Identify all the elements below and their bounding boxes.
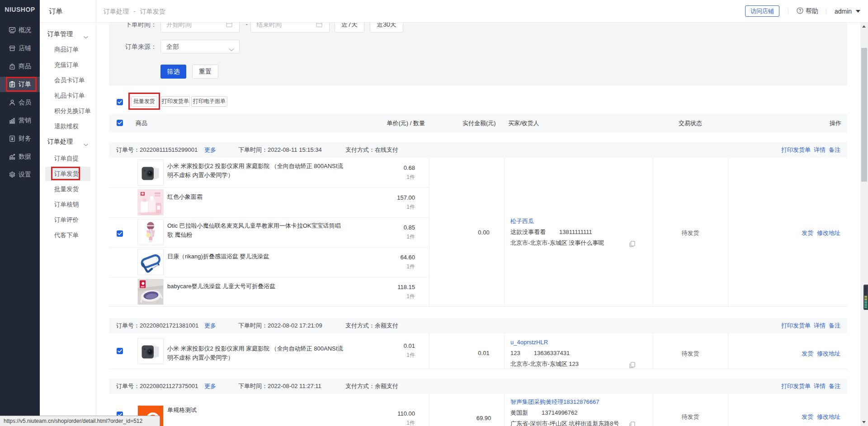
deliver-link[interactable]: 发货 xyxy=(802,229,813,237)
order-more-link[interactable]: 更多 xyxy=(204,379,216,394)
order-source-select[interactable]: 全部 xyxy=(160,40,240,53)
header-select-all-checkbox[interactable] xyxy=(117,120,123,126)
submenu-item-order-delivery[interactable]: 订单发货 xyxy=(40,166,96,182)
order-more-link[interactable]: 更多 xyxy=(204,318,216,333)
sidebar-item-marketing[interactable]: 营销 xyxy=(0,112,40,130)
order-status: 待发货 xyxy=(668,350,713,358)
detail-link[interactable]: 详情 xyxy=(814,146,826,154)
submenu-item-goods-orders[interactable]: 商品订单 xyxy=(40,42,96,57)
product-qty: 1件 xyxy=(404,232,415,241)
select-all-checkbox[interactable] xyxy=(117,99,123,105)
sidebar-item-label: 店铺 xyxy=(19,44,31,52)
remark-link[interactable]: 备注 xyxy=(829,146,840,154)
submenu-group-header-order-processing[interactable]: 订单处理 xyxy=(40,134,96,150)
sidebar-item-members[interactable]: 会员 xyxy=(0,94,40,112)
scrollbar-thumb[interactable] xyxy=(861,48,867,182)
copy-address-icon[interactable] xyxy=(629,421,635,426)
sidebar-item-overview[interactable]: 概况 xyxy=(0,21,40,39)
order-more-link[interactable]: 更多 xyxy=(204,142,216,158)
print-invoice-link[interactable]: 打印发货单 xyxy=(781,146,811,154)
submenu-item-order-pickup[interactable]: 订单自提 xyxy=(40,151,96,166)
edit-address-link[interactable]: 修改地址 xyxy=(817,413,840,421)
submenu-group-header-order-management[interactable]: 订单管理 xyxy=(40,27,96,42)
end-time-input[interactable]: 结束时间 xyxy=(250,23,330,33)
range-separator: - xyxy=(243,23,250,33)
finance-icon xyxy=(9,135,16,142)
order-card-body: 小米 米家投影仪2 投影仪家用 家庭影院 （全向自动矫正 800ANSI流明不虚… xyxy=(109,158,847,307)
submenu-item-member-card-orders[interactable]: 会员卡订单 xyxy=(40,73,96,88)
deliver-link[interactable]: 发货 xyxy=(802,413,813,421)
buyer-cell: u_4oprstzHLR 12313636337431 北京市-北京市-东城区 … xyxy=(510,337,646,370)
submenu-item-order-review[interactable]: 订单评价 xyxy=(40,212,96,228)
submenu-item-points-exchange-orders[interactable]: 积分兑换订单 xyxy=(40,103,96,119)
order-actions: 发货修改地址 xyxy=(802,229,840,237)
filter-submit-button[interactable]: 筛选 xyxy=(160,65,186,79)
order-card-body: 单规格测试 110.001件 69.90 智声集团采购黄经理1831287666… xyxy=(109,394,847,426)
product-row: babycare婴儿洗澡盆 儿童大号可折叠浴盆 118.151件 xyxy=(109,277,429,307)
print-invoice-button[interactable]: 打印发货单 xyxy=(161,96,190,107)
user-menu[interactable]: admin xyxy=(835,0,860,23)
submenu-item-refund-rights[interactable]: 退款维权 xyxy=(40,119,96,134)
shop-icon xyxy=(9,45,16,52)
receiver-name: 这款没事看看 xyxy=(510,227,546,238)
edit-address-link[interactable]: 修改地址 xyxy=(817,350,840,358)
last-30-days-button[interactable]: 近30天 xyxy=(370,23,403,33)
main-nav: 概况 店铺 商品 订单 会员 营销 财务 数据 设置 xyxy=(0,21,40,184)
print-invoice-link[interactable]: 打印发货单 xyxy=(781,322,811,330)
receiver-address: 广东省-深圳市-坪山区 坑梓街道新东路8号 xyxy=(510,418,646,426)
col-buyer: 买家/收货人 xyxy=(508,114,539,132)
start-time-input[interactable]: 开始时间 xyxy=(160,23,240,33)
product-price-qty: 0.011件 xyxy=(404,342,415,360)
batch-delivery-button[interactable]: 批量发货 xyxy=(131,96,157,107)
copy-address-icon[interactable] xyxy=(629,240,635,251)
edit-address-link[interactable]: 修改地址 xyxy=(817,229,840,237)
sidebar-item-goods[interactable]: 商品 xyxy=(0,57,40,75)
sidebar-item-orders[interactable]: 订单 xyxy=(0,75,40,94)
order-card-body: 小米 米家投影仪2 投影仪家用 家庭影院 （全向自动矫正 800ANSI流明不虚… xyxy=(109,333,847,369)
submenu-item-recharge-orders[interactable]: 充值订单 xyxy=(40,57,96,73)
buyer-name-link[interactable]: 松子西瓜 xyxy=(510,218,534,225)
scroll-minimap-widget[interactable] xyxy=(863,285,868,310)
chevron-down-icon xyxy=(229,45,234,53)
deliver-link[interactable]: 发货 xyxy=(802,350,813,358)
order-card-header: 订单号：202208021721381001 更多 下单时间：2022-08-0… xyxy=(109,318,847,333)
topbar-divider xyxy=(788,8,788,14)
buyer-name-link[interactable]: u_4oprstzHLR xyxy=(510,339,548,346)
sidebar-item-shop[interactable]: 店铺 xyxy=(0,39,40,57)
bathtub-purple-image xyxy=(137,279,164,305)
submenu-group-order-processing: 订单处理 订单自提 订单发货 批量发货 订单核销 订单评价 代客下单 xyxy=(40,134,96,243)
submenu-item-gift-card-orders[interactable]: 礼品卡订单 xyxy=(40,88,96,103)
detail-link[interactable]: 详情 xyxy=(814,322,826,330)
remark-link[interactable]: 备注 xyxy=(829,322,840,330)
help-button[interactable]: 帮助 xyxy=(797,0,818,23)
scrollbar-down-arrow[interactable] xyxy=(860,418,868,426)
order-pay-method: 支付方式：余额支付 xyxy=(345,318,398,333)
submenu-item-order-on-behalf[interactable]: 代客下单 xyxy=(40,228,96,243)
submenu-item-batch-delivery[interactable]: 批量发货 xyxy=(40,182,96,197)
username: admin xyxy=(835,8,852,15)
print-e-waybill-button[interactable]: 打印电子面单 xyxy=(191,96,227,107)
page-scrollbar[interactable] xyxy=(860,23,868,426)
remark-link[interactable]: 备注 xyxy=(829,382,840,390)
product-row: 小米 米家投影仪2 投影仪家用 家庭影院 （全向自动矫正 800ANSI流明不虚… xyxy=(109,333,429,369)
copy-address-icon[interactable] xyxy=(629,361,635,372)
scrollbar-up-arrow[interactable] xyxy=(860,23,868,30)
orders-table-header: 商品 单价(元) / 数量 实付金额(元) 买家/收货人 交易状态 操作 xyxy=(109,114,847,132)
submenu-item-order-verification[interactable]: 订单核销 xyxy=(40,197,96,212)
sidebar-item-settings[interactable]: 设置 xyxy=(0,166,40,184)
main-sidebar: NIUSHOP 概况 店铺 商品 订单 会员 营销 财务 数据 设置 xyxy=(0,0,40,426)
visit-shop-button[interactable]: 访问店铺 xyxy=(745,5,779,17)
last-7-days-button[interactable]: 近7天 xyxy=(335,23,364,33)
col-goods: 商品 xyxy=(136,114,147,132)
product-price-qty: 0.851件 xyxy=(404,223,415,241)
order-select-checkbox[interactable] xyxy=(117,230,123,237)
breadcrumb-separator: - xyxy=(133,8,136,15)
sidebar-item-finance[interactable]: 财务 xyxy=(0,130,40,148)
buyer-name-link[interactable]: 智声集团采购黄经理18312876667 xyxy=(510,398,599,405)
orders-icon xyxy=(9,81,16,88)
order-select-checkbox[interactable] xyxy=(117,348,123,354)
print-invoice-link[interactable]: 打印发货单 xyxy=(781,382,811,390)
sidebar-item-data[interactable]: 数据 xyxy=(0,148,40,166)
filter-reset-button[interactable]: 重置 xyxy=(192,65,218,79)
detail-link[interactable]: 详情 xyxy=(814,382,826,390)
